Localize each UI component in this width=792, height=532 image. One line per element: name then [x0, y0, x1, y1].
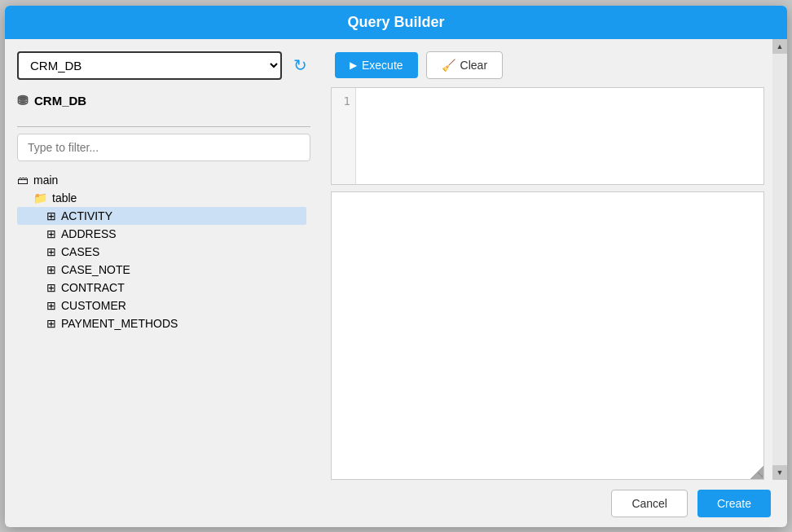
create-button[interactable]: Create [697, 490, 771, 517]
code-editor: 1 [331, 87, 764, 185]
scrollbar-up-arrow[interactable]: ▲ [772, 39, 787, 54]
right-with-scroll: Execute 🧹 Clear 1 ⤡ [323, 39, 787, 480]
eraser-icon: 🧹 [442, 59, 455, 72]
query-builder-dialog: Query Builder CRM_DB TEST_DB PROD_DB ↻ ⛃… [5, 6, 787, 527]
scrollbar-down-arrow[interactable]: ▼ [772, 465, 787, 480]
execute-button[interactable]: Execute [335, 52, 418, 78]
right-toolbar: Execute 🧹 Clear [323, 51, 772, 87]
table-icon: ⊞ [46, 209, 56, 222]
table-icon: ⊞ [46, 281, 56, 294]
right-panel: Execute 🧹 Clear 1 ⤡ [323, 39, 772, 480]
table-row[interactable]: ⊞ CASES [17, 243, 306, 261]
tree-container: 🗃 main 📁 table ⊞ ACTIVITY ⊞ [17, 171, 310, 480]
table-row[interactable]: ⊞ CUSTOMER [17, 297, 306, 314]
dialog-body: CRM_DB TEST_DB PROD_DB ↻ ⛃ CRM_DB [5, 39, 787, 480]
left-panel: CRM_DB TEST_DB PROD_DB ↻ ⛃ CRM_DB [5, 39, 323, 480]
line-numbers: 1 [332, 88, 356, 184]
tree-folder-node[interactable]: 📁 table [17, 189, 306, 207]
resize-handle[interactable]: ⤡ [750, 466, 763, 479]
tree-scroll[interactable]: 🗃 main 📁 table ⊞ ACTIVITY ⊞ [17, 171, 310, 480]
table-row[interactable]: ⊞ ACTIVITY [17, 207, 306, 225]
table-icon: ⊞ [46, 227, 56, 240]
schema-icon: 🗃 [17, 174, 29, 187]
tree-schema-node[interactable]: 🗃 main [17, 171, 306, 189]
refresh-button[interactable]: ↻ [290, 52, 310, 78]
db-label: ⛃ CRM_DB [17, 88, 310, 113]
table-row[interactable]: ⊞ CONTRACT [17, 279, 306, 297]
cancel-button[interactable]: Cancel [611, 490, 688, 517]
top-controls: CRM_DB TEST_DB PROD_DB ↻ [17, 51, 310, 80]
result-area: ⤡ [331, 191, 764, 480]
database-select[interactable]: CRM_DB TEST_DB PROD_DB [17, 51, 282, 80]
dialog-title: Query Builder [5, 6, 787, 39]
dialog-footer: Cancel Create [5, 480, 787, 527]
divider [17, 126, 310, 127]
table-icon: ⊞ [46, 263, 56, 276]
refresh-icon: ↻ [293, 56, 307, 74]
table-icon: ⊞ [46, 299, 56, 312]
sql-textarea[interactable] [356, 88, 763, 184]
table-icon: ⊞ [46, 245, 56, 258]
database-icon: ⛃ [17, 93, 28, 108]
table-row[interactable]: ⊞ CASE_NOTE [17, 261, 306, 279]
filter-input[interactable] [17, 134, 310, 161]
folder-icon: 📁 [33, 191, 47, 204]
scrollbar-track[interactable] [772, 54, 787, 465]
outer-scrollbar[interactable]: ▲ ▼ [772, 39, 787, 480]
table-row[interactable]: ⊞ ADDRESS [17, 225, 306, 243]
table-icon: ⊞ [46, 317, 56, 330]
clear-button[interactable]: 🧹 Clear [426, 51, 503, 79]
table-row[interactable]: ⊞ PAYMENT_METHODS [17, 314, 306, 332]
